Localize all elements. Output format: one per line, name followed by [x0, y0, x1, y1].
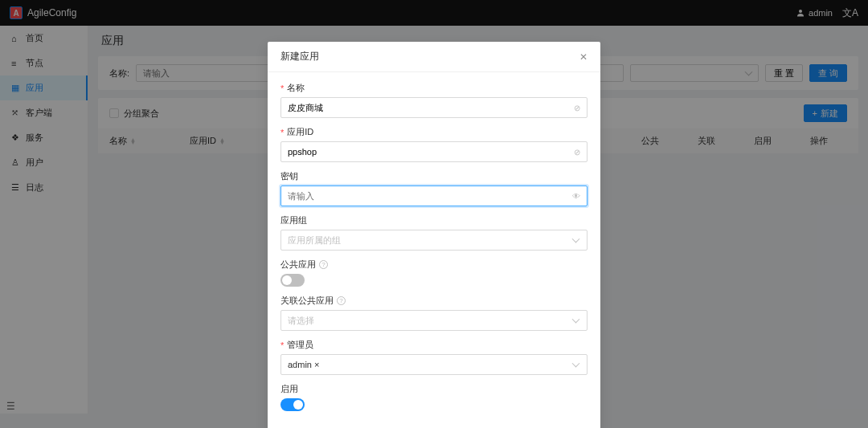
new-app-modal: 新建应用 ✕ 名称 ⊘ 应用ID ⊘ 密钥 👁 应用组 [268, 42, 600, 428]
related-select[interactable]: 请选择 [280, 310, 588, 331]
name-label: 名称 [280, 82, 588, 94]
name-input[interactable] [288, 103, 574, 112]
admin-label: 管理员 [280, 339, 588, 351]
secret-input-wrap: 👁 [280, 185, 588, 206]
admin-select[interactable]: admin × [280, 354, 588, 375]
public-switch[interactable] [280, 274, 305, 287]
form-item-appid: 应用ID ⊘ [280, 126, 588, 162]
form-item-enable: 启用 [280, 383, 588, 411]
modal-body: 名称 ⊘ 应用ID ⊘ 密钥 👁 应用组 应用所属的组 公共应用 [268, 72, 600, 428]
form-item-group: 应用组 应用所属的组 [280, 214, 588, 251]
form-item-name: 名称 ⊘ [280, 82, 588, 118]
secret-label: 密钥 [280, 170, 588, 182]
group-select[interactable]: 应用所属的组 [280, 230, 588, 251]
form-item-secret: 密钥 👁 [280, 170, 588, 206]
form-item-public: 公共应用? [280, 259, 588, 287]
eye-invisible-icon[interactable]: 👁 [572, 192, 580, 201]
modal-header: 新建应用 ✕ [268, 42, 600, 72]
related-label: 关联公共应用? [280, 295, 588, 307]
form-item-related: 关联公共应用? 请选择 [280, 295, 588, 331]
help-icon[interactable]: ? [319, 260, 328, 269]
clear-icon[interactable]: ⊘ [574, 104, 580, 112]
name-input-wrap: ⊘ [280, 97, 588, 118]
group-label: 应用组 [280, 214, 588, 226]
clear-icon[interactable]: ⊘ [574, 148, 580, 157]
form-item-admin: 管理员 admin × [280, 339, 588, 375]
public-label: 公共应用? [280, 259, 588, 271]
appid-input[interactable] [288, 147, 574, 157]
secret-input[interactable] [288, 191, 572, 201]
enable-label: 启用 [280, 383, 588, 395]
enable-switch[interactable] [280, 398, 305, 411]
modal-title: 新建应用 [280, 50, 319, 63]
close-icon[interactable]: ✕ [579, 51, 588, 63]
appid-input-wrap: ⊘ [280, 141, 588, 162]
help-icon[interactable]: ? [337, 296, 346, 305]
appid-label: 应用ID [280, 126, 588, 138]
